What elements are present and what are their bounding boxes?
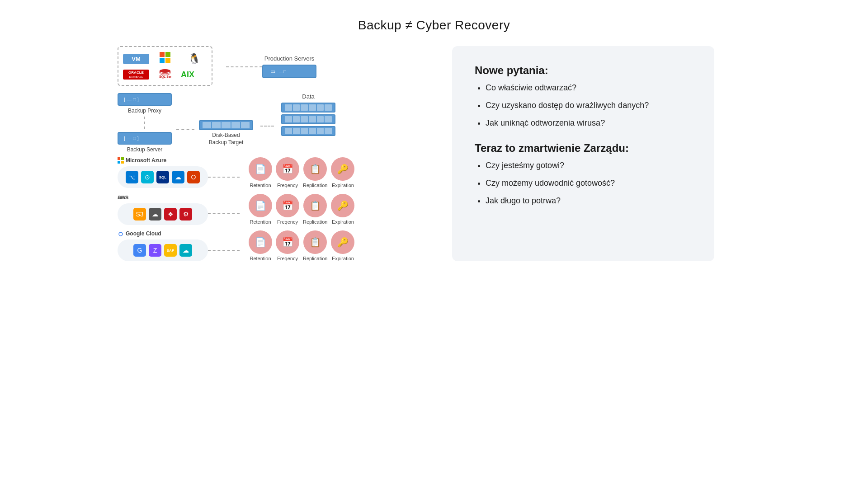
storage-bar-2: [281, 114, 335, 124]
sources-box: VM 🐧 ORACLE D: [118, 46, 212, 86]
v-connector-1: [144, 117, 145, 129]
aws-icon-1: S3: [133, 208, 146, 221]
aws-provider: aws S3 ☁ ❖ ⚙: [118, 193, 199, 225]
backup-left-col: [ — □ ] Backup Proxy [ — □ ] Backup Serv…: [118, 93, 172, 153]
replication-label-1: Replication: [303, 183, 327, 188]
bullet-2-2: Czy możemy udowodnić gotowość?: [486, 178, 692, 189]
section-2: Teraz to zmartwienie Zarządu: Czy jesteś…: [475, 142, 692, 207]
svg-text:SQL Server: SQL Server: [159, 75, 171, 79]
retention-icon-1: 📄: [249, 157, 272, 181]
section2-heading: Teraz to zmartwienie Zarządu:: [475, 142, 692, 155]
bullet-1-2: Czy uzyskano dostęp do wrażliwych danych…: [486, 100, 692, 111]
freqency-icon-2: 📅: [276, 194, 299, 217]
gcp-icon-1: G: [133, 244, 146, 257]
circle-freqency-1: 📅 Freqency: [276, 157, 299, 188]
circle-retention-2: 📄 Retention: [249, 194, 272, 225]
retention-label-1: Retention: [250, 183, 271, 188]
freqency-label-2: Freqency: [277, 219, 298, 225]
aws-icon-4: ⚙: [179, 208, 192, 221]
backup-section: [ — □ ] Backup Proxy [ — □ ] Backup Serv…: [118, 93, 425, 153]
sources-column: VM 🐧 ORACLE D: [118, 46, 212, 86]
aws-icon-3: ❖: [164, 208, 177, 221]
storage-bar-1: [281, 103, 335, 113]
circle-expiration-3: 🔑 Expiration: [331, 230, 354, 261]
azure-provider: Microsoft Azure ⌥ ⊙ SQL ☁ O: [118, 157, 199, 188]
circle-retention-3: 📄 Retention: [249, 230, 272, 261]
svg-rect-2: [160, 58, 165, 63]
sqlserver-icon: SQL Server: [152, 69, 178, 80]
freqency-icon-3: 📅: [276, 230, 299, 254]
replication-icon-2: 📋: [303, 194, 327, 217]
svg-rect-8: [118, 161, 120, 164]
azure-icon-4: ☁: [172, 171, 184, 183]
azure-icon-1: ⌥: [126, 171, 138, 183]
aws-circles: 📄 Retention 📅 Freqency 📋 Replication 🔑 E…: [249, 194, 354, 225]
prod-servers-block: Production Servers ▭ —□: [262, 55, 316, 78]
circle-replication-2: 📋 Replication: [303, 194, 327, 225]
freqency-icon-1: 📅: [276, 157, 299, 181]
azure-circles: 📄 Retention 📅 Freqency 📋 Replication 🔑 E…: [249, 157, 354, 188]
aws-icons-bg: S3 ☁ ❖ ⚙: [118, 203, 208, 225]
gcp-name: Google Cloud: [118, 230, 161, 237]
main-content: VM 🐧 ORACLE D: [118, 46, 750, 261]
svg-point-4: [160, 69, 170, 73]
backup-proxy-box: [ — □ ]: [118, 93, 172, 106]
expiration-label-3: Expiration: [332, 256, 354, 261]
bullet-2-3: Jak długo to potrwa?: [486, 195, 692, 206]
circle-expiration-1: 🔑 Expiration: [331, 157, 354, 188]
storage-bar-3: [281, 126, 335, 136]
section2-bullets: Czy jesteśmy gotowi? Czy możemy udowodni…: [475, 160, 692, 207]
h-connector-disk: [176, 129, 194, 130]
freqency-label-1: Freqency: [277, 183, 298, 188]
prod-server-box: ▭ —□: [262, 65, 316, 78]
azure-connector: [208, 177, 240, 178]
circle-expiration-2: 🔑 Expiration: [331, 194, 354, 225]
azure-icons-bg: ⌥ ⊙ SQL ☁ O: [118, 166, 208, 188]
azure-icon-2: ⊙: [141, 171, 154, 183]
aws-cloud-row: aws S3 ☁ ❖ ⚙ 📄 Retention 📅 Freqency: [118, 193, 425, 225]
left-panel: VM 🐧 ORACLE D: [118, 46, 425, 261]
backup-server-box: [ — □ ]: [118, 132, 172, 145]
gcp-provider: Google Cloud G Z SAP ☁: [118, 230, 199, 261]
aws-name: aws: [118, 193, 128, 201]
oracle-badge: ORACLE DATABASE: [123, 70, 149, 80]
retention-icon-2: 📄: [249, 194, 272, 217]
retention-label-3: Retention: [250, 256, 271, 261]
bullet-2-1: Czy jesteśmy gotowi?: [486, 160, 692, 171]
circle-retention-1: 📄 Retention: [249, 157, 272, 188]
circle-freqency-3: 📅 Freqency: [276, 230, 299, 261]
aix-label: AIX: [181, 70, 207, 80]
expiration-label-2: Expiration: [332, 219, 354, 225]
replication-icon-3: 📋: [303, 230, 327, 254]
circle-replication-3: 📋 Replication: [303, 230, 327, 261]
disk-target-bar: [199, 120, 253, 130]
replication-label-2: Replication: [303, 219, 327, 225]
data-block: Data: [281, 93, 335, 136]
disk-target-label: Disk-BasedBackup Target: [209, 132, 244, 146]
disk-data-col: Disk-BasedBackup Target Data: [199, 93, 335, 146]
expiration-label-1: Expiration: [332, 183, 354, 188]
backup-proxy-label: Backup Proxy: [128, 108, 161, 114]
svg-rect-3: [165, 58, 170, 63]
section1-bullets: Co właściwie odtwarzać? Czy uzyskano dos…: [475, 82, 692, 129]
diagram-top: VM 🐧 ORACLE D: [118, 46, 425, 86]
circle-replication-1: 📋 Replication: [303, 157, 327, 188]
azure-name: Microsoft Azure: [118, 157, 166, 164]
svg-rect-7: [121, 157, 124, 160]
gcp-icon-4: ☁: [179, 244, 192, 257]
replication-label-3: Replication: [303, 256, 327, 261]
server-icon: ▭: [270, 68, 275, 75]
replication-icon-1: 📋: [303, 157, 327, 181]
disk-target-block: Disk-BasedBackup Target: [199, 120, 253, 146]
bullet-1-1: Co właściwie odtwarzać?: [486, 82, 692, 94]
backup-proxy-block: [ — □ ] Backup Proxy: [118, 93, 172, 114]
gcp-circles: 📄 Retention 📅 Freqency 📋 Replication 🔑 E…: [249, 230, 354, 261]
azure-icon-3: SQL: [156, 171, 169, 183]
section1-heading: Nowe pytania:: [475, 64, 692, 77]
backup-server-label: Backup Server: [127, 146, 163, 153]
freqency-label-3: Freqency: [277, 256, 298, 261]
data-storage-stack: [281, 103, 335, 136]
circle-freqency-2: 📅 Freqency: [276, 194, 299, 225]
h-connector-data: [260, 126, 274, 127]
prod-servers-label: Production Servers: [264, 55, 315, 62]
